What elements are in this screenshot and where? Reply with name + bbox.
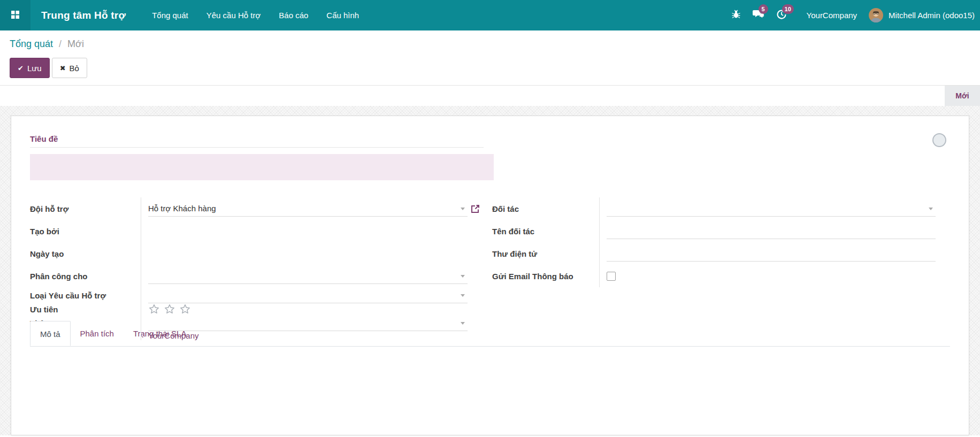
statusbar: Mới [0,85,980,106]
team-select[interactable]: Hỗ trợ Khách hàng [148,201,468,217]
user-name: Mitchell Admin (odoo15) [889,11,975,20]
tags-select[interactable] [148,315,468,331]
field-label-team: Đội hỗ trợ [30,197,141,220]
menu-item-bao-cao[interactable]: Báo cáo [270,0,317,30]
star-outline-icon[interactable] [179,303,191,315]
field-assigned-to [141,265,492,287]
caret-down-icon[interactable] [461,294,465,297]
caret-down-icon[interactable] [461,275,465,278]
caret-down-icon[interactable] [461,208,465,210]
field-created-by [141,220,492,242]
title-field-label: Tiêu đề [30,134,950,143]
control-panel: Tổng quát / Mới ✔ Lưu ✖ Bỏ [0,30,980,85]
save-button[interactable]: ✔ Lưu [10,58,50,78]
company-switcher[interactable]: YourCompany [807,11,858,20]
caret-down-icon[interactable] [461,322,465,325]
partner-name-input[interactable] [607,223,936,239]
menu-item-tong-quat[interactable]: Tổng quát [143,0,197,30]
messages-count-badge: 5 [759,4,768,14]
field-label-created-by: Tạo bởi [30,220,141,242]
menu-item-cau-hinh[interactable]: Cấu hình [317,0,368,30]
bug-icon [731,10,741,21]
activities-count-badge: 10 [782,4,794,14]
debug-button[interactable] [725,0,747,30]
apps-grid-icon [11,11,19,20]
field-groups: Đội hỗ trợ Hỗ trợ Khách hàng Tạo bởi Ngà… [30,197,950,307]
activities-button[interactable]: 10 [770,0,793,30]
field-partner-name [599,220,936,242]
field-label-email: Thư điện tử [492,242,599,265]
group-right: Đối tác Tên đối tác Thư điện tử [492,197,935,307]
assigned-to-select[interactable] [148,268,468,284]
kanban-state-indicator[interactable] [932,133,946,147]
field-partner [599,197,936,220]
discard-button[interactable]: ✖ Bỏ [52,58,87,78]
caret-down-icon[interactable] [929,208,933,210]
field-label-partner-name: Tên đối tác [492,220,599,242]
star-outline-icon[interactable] [164,303,175,315]
field-label-partner: Đối tác [492,197,599,220]
priority-widget [148,303,191,315]
title-underline [30,147,484,148]
discard-button-label: Bỏ [70,64,79,73]
form-action-buttons: ✔ Lưu ✖ Bỏ [10,58,971,78]
form-sheet: Tiêu đề Đội hỗ trợ Hỗ trợ Khách hàng Tạo… [11,116,969,435]
field-team: Hỗ trợ Khách hàng [141,197,492,220]
team-value: Hỗ trợ Khách hàng [148,204,216,213]
menu-item-yeu-cau-ho-tro[interactable]: Yêu cầu Hỗ trợ [197,0,270,30]
field-label-assigned-to: Phân công cho [30,265,141,287]
tab-mo-ta[interactable]: Mô tả [30,321,71,346]
save-button-label: Lưu [27,64,42,73]
field-tags [141,315,492,331]
company-value-link[interactable]: YourCompany [148,331,199,340]
ticket-type-select[interactable] [148,287,468,303]
check-icon: ✔ [18,64,24,72]
breadcrumb-parent[interactable]: Tổng quát [10,39,53,49]
partner-select[interactable] [607,201,936,217]
messages-button[interactable]: 5 [747,0,770,30]
avatar [869,8,883,22]
stage-button-moi[interactable]: Mới [945,86,980,106]
systray: 5 10 YourCompany Mitchell Admin (odoo15) [725,0,980,30]
field-company: YourCompany [141,331,492,340]
top-navbar: Trung tâm Hỗ trợ Tổng quát Yêu cầu Hỗ tr… [0,0,980,30]
field-label-send-email-notification: Gửi Email Thông báo [492,265,599,287]
tab-content-description[interactable] [30,347,950,379]
field-label-priority: Ưu tiên [30,303,141,315]
close-icon: ✖ [60,64,66,72]
apps-menu-button[interactable] [0,0,30,30]
star-outline-icon[interactable] [148,303,160,315]
field-email [599,242,936,265]
send-email-checkbox[interactable] [607,272,616,281]
breadcrumb: Tổng quát / Mới [10,39,971,50]
field-label-created-date: Ngày tạo [30,242,141,265]
external-link-icon[interactable] [471,204,480,213]
field-ticket-type [141,287,492,303]
user-menu[interactable]: Mitchell Admin (odoo15) [869,8,975,22]
title-input[interactable] [30,154,494,180]
field-created-date [141,242,492,265]
field-priority [141,303,492,315]
app-title[interactable]: Trung tâm Hỗ trợ [30,0,135,30]
field-send-email-notification [599,265,936,287]
tab-phan-tich[interactable]: Phân tích [71,321,124,346]
form-view-background: Tiêu đề Đội hỗ trợ Hỗ trợ Khách hàng Tạo… [0,106,980,435]
breadcrumb-current: Mới [67,39,84,49]
group-left: Đội hỗ trợ Hỗ trợ Khách hàng Tạo bởi Ngà… [30,197,492,307]
field-label-ticket-type: Loại Yêu cầu Hỗ trợ [30,287,141,303]
email-input[interactable] [607,246,936,262]
breadcrumb-separator: / [59,39,62,49]
main-menu: Tổng quát Yêu cầu Hỗ trợ Báo cáo Cấu hìn… [143,0,368,30]
